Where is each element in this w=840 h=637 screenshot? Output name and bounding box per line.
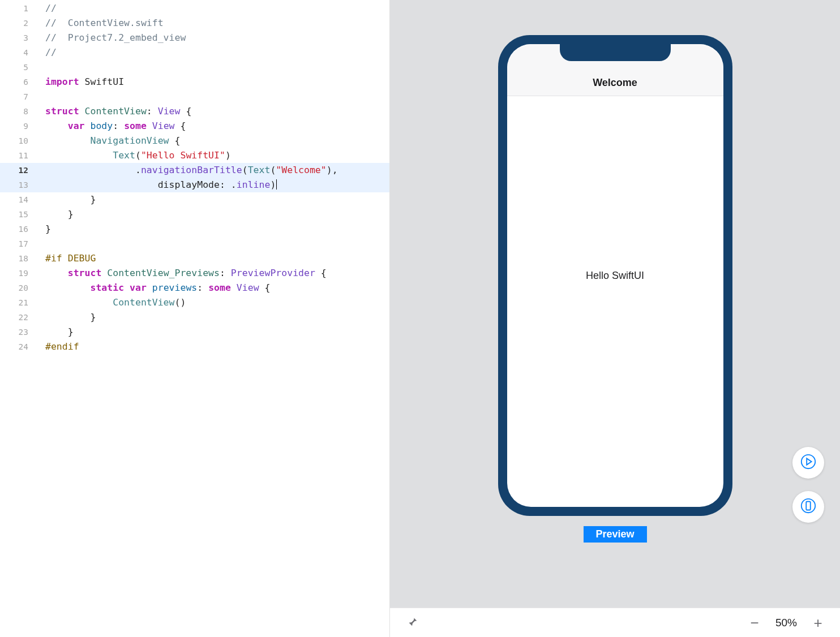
- zoom-out-button[interactable]: −: [748, 616, 761, 630]
- navigation-title: Welcome: [593, 77, 637, 89]
- device-notch: [560, 44, 671, 61]
- line-number: 3: [0, 31, 35, 45]
- line-number: 12: [0, 163, 35, 178]
- line-number: 22: [0, 310, 35, 325]
- line-number: 18: [0, 251, 35, 266]
- preview-bottom-toolbar: − 50% +: [390, 608, 840, 637]
- line-number: 10: [0, 134, 35, 148]
- zoom-in-button[interactable]: +: [812, 616, 824, 630]
- line-number-gutter: 123456789101112131415161718192021222324: [0, 0, 35, 354]
- svg-rect-2: [806, 502, 811, 510]
- zoom-controls: − 50% +: [748, 616, 824, 630]
- line-number: 9: [0, 119, 35, 134]
- code-line[interactable]: displayMode: .inline): [45, 178, 389, 192]
- code-line[interactable]: [45, 354, 389, 369]
- live-preview-button[interactable]: [792, 447, 824, 479]
- code-line[interactable]: [45, 236, 389, 251]
- zoom-level-label: 50%: [775, 617, 797, 629]
- code-line[interactable]: #if DEBUG: [45, 251, 389, 266]
- line-number: 23: [0, 325, 35, 339]
- play-circle-icon: [800, 453, 817, 472]
- line-number: 16: [0, 222, 35, 236]
- code-line[interactable]: [45, 89, 389, 104]
- code-line[interactable]: static var previews: some View {: [45, 281, 389, 295]
- code-line[interactable]: NavigationView {: [45, 134, 389, 148]
- svg-point-1: [802, 499, 815, 513]
- line-number: 7: [0, 89, 35, 104]
- code-line[interactable]: // Project7.2_embed_view: [45, 31, 389, 45]
- device-circle-icon: [800, 497, 817, 517]
- pin-icon: [406, 620, 418, 630]
- content-text: Hello SwiftUI: [586, 270, 644, 282]
- line-number: 1: [0, 1, 35, 16]
- code-line[interactable]: //: [45, 45, 389, 60]
- line-number: 6: [0, 75, 35, 89]
- device-frame: Welcome Hello SwiftUI: [498, 35, 732, 516]
- line-number: 13: [0, 178, 35, 192]
- code-line[interactable]: .navigationBarTitle(Text("Welcome"),: [45, 163, 389, 178]
- line-number: 20: [0, 281, 35, 295]
- line-number: 14: [0, 192, 35, 207]
- code-line[interactable]: #endif: [45, 339, 389, 354]
- device-screen[interactable]: Welcome Hello SwiftUI: [507, 44, 723, 507]
- line-number: 5: [0, 60, 35, 75]
- line-number: 11: [0, 148, 35, 163]
- code-area[interactable]: //// ContentView.swift// Project7.2_embe…: [35, 0, 389, 369]
- code-line[interactable]: // ContentView.swift: [45, 16, 389, 31]
- code-line[interactable]: }: [45, 325, 389, 339]
- line-number: 2: [0, 16, 35, 31]
- preview-badge[interactable]: Preview: [583, 526, 646, 543]
- code-line[interactable]: Text("Hello SwiftUI"): [45, 148, 389, 163]
- line-number: 15: [0, 207, 35, 222]
- code-line[interactable]: struct ContentView: View {: [45, 104, 389, 119]
- line-number: 21: [0, 295, 35, 310]
- text-cursor: [276, 179, 277, 190]
- line-number: 19: [0, 266, 35, 281]
- code-line[interactable]: ContentView(): [45, 295, 389, 310]
- line-number: 4: [0, 45, 35, 60]
- svg-point-0: [802, 455, 815, 468]
- line-number: 24: [0, 339, 35, 354]
- code-editor[interactable]: 123456789101112131415161718192021222324 …: [0, 0, 389, 637]
- code-line[interactable]: }: [45, 207, 389, 222]
- code-line[interactable]: var body: some View {: [45, 119, 389, 134]
- code-line[interactable]: [45, 60, 389, 75]
- code-line[interactable]: }: [45, 222, 389, 236]
- preview-canvas[interactable]: Welcome Hello SwiftUI Preview: [390, 0, 840, 608]
- preview-pane: Welcome Hello SwiftUI Preview −: [389, 0, 840, 637]
- preview-on-device-button[interactable]: [792, 491, 824, 523]
- line-number: 17: [0, 236, 35, 251]
- code-line[interactable]: import SwiftUI: [45, 75, 389, 89]
- code-line[interactable]: }: [45, 192, 389, 207]
- pin-preview-button[interactable]: [406, 616, 418, 630]
- line-number: 8: [0, 104, 35, 119]
- code-line[interactable]: struct ContentView_Previews: PreviewProv…: [45, 266, 389, 281]
- code-line[interactable]: }: [45, 310, 389, 325]
- code-line[interactable]: //: [45, 1, 389, 16]
